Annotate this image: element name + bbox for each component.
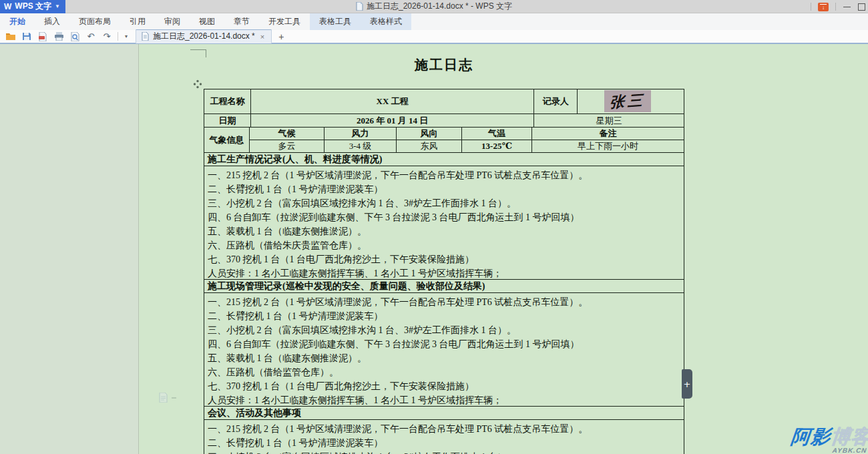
watermark-name-primary: 阿影: [790, 426, 832, 447]
weather-value-remark[interactable]: 早上下雨一小时: [532, 140, 684, 153]
window-title-area: 施工日志_2026-01-14.docx * - WPS 文字: [0, 1, 868, 12]
wps-logo-icon: W: [4, 2, 11, 11]
weather-header-wind-force[interactable]: 风力: [324, 128, 397, 140]
quick-access-toolbar: ↶ ↷ ▾ 施工日志_2026-01-14.docx * × +: [0, 30, 868, 44]
margin-page-icon[interactable]: [159, 393, 176, 403]
log-line[interactable]: 三、小挖机 2 台（富东回填区域挖排水沟 1 台、3#炉左工作面排水 1 台）。: [208, 196, 681, 210]
log-line[interactable]: 一、215 挖机 2 台（1 号炉区域清理淤泥，下午一台配合吊车处理 PT6 试…: [208, 422, 681, 436]
section-3-header[interactable]: 会议、活动及其他事项: [204, 407, 684, 420]
project-name-label[interactable]: 工程名称: [204, 89, 251, 114]
log-line[interactable]: 四、6 台自卸车（拉淤泥到临建东侧、下午 3 台拉淤泥 3 台电厂西北角运土到 …: [208, 210, 681, 224]
log-line[interactable]: 三、小挖机 2 台（富东回填区域挖排水沟 1 台、3#炉左工作面排水 1 台）。: [208, 323, 681, 337]
section-3-content[interactable]: 一、215 挖机 2 台（1 号炉区域清理淤泥，下午一台配合吊车处理 PT6 试…: [204, 420, 684, 454]
export-pdf-icon[interactable]: [36, 31, 49, 42]
window-controls: [811, 0, 865, 13]
weekday-value[interactable]: 星期三: [534, 114, 684, 128]
log-line[interactable]: 一、215 挖机 2 台（1 号炉区域清理淤泥，下午一台配合吊车处理 PT6 试…: [208, 295, 681, 309]
tab-developer[interactable]: 开发工具: [259, 13, 310, 30]
log-line[interactable]: 人员安排：1 名小工临建东侧指挥车辆、1 名小工 1 号炉区域指挥车辆；: [208, 393, 681, 407]
weather-value-temperature[interactable]: 13-25℃: [462, 140, 532, 153]
date-label[interactable]: 日期: [204, 114, 251, 128]
wps-app-button[interactable]: W WPS 文字 ▼: [0, 0, 65, 13]
weather-value-wind-direction[interactable]: 东风: [397, 140, 462, 153]
titlebar: W WPS 文字 ▼ 施工日志_2026-01-14.docx * - WPS …: [0, 0, 868, 13]
log-line[interactable]: 二、长臂挖机 1 台（1 号炉清理淤泥装车）: [208, 182, 681, 196]
log-line[interactable]: 一、215 挖机 2 台（1 号炉区域清理淤泥，下午一台配合吊车处理 PT6 试…: [208, 168, 681, 182]
undo-icon[interactable]: ↶: [84, 31, 97, 42]
log-line[interactable]: 六、压路机（借给朱庆贵监管仓库）。: [208, 238, 681, 252]
wps-app-label: WPS 文字: [15, 1, 51, 12]
weather-header-temperature[interactable]: 气温: [462, 128, 532, 140]
chevron-down-icon: ▼: [55, 3, 60, 9]
log-line[interactable]: 二、长臂挖机 1 台（1 号炉清理淤泥装车）: [208, 436, 681, 450]
tab-references[interactable]: 引用: [120, 13, 155, 30]
wps-update-icon[interactable]: [818, 3, 829, 11]
section-1-header[interactable]: 施工生产情况记录(人、机、料进度等情况): [204, 153, 684, 166]
save-icon[interactable]: [20, 31, 33, 42]
table-move-handle-icon[interactable]: [193, 79, 202, 89]
ribbon-tab-bar: 开始 插入 页面布局 引用 审阅 视图 章节 开发工具 表格工具 表格样式: [0, 13, 868, 30]
weather-header-wind-direction[interactable]: 风向: [397, 128, 462, 140]
toolbar-dropdown-icon[interactable]: ▾: [122, 33, 130, 39]
weather-header-climate[interactable]: 气候: [250, 128, 324, 140]
tab-view[interactable]: 视图: [190, 13, 224, 30]
tab-table-style[interactable]: 表格样式: [361, 13, 411, 30]
log-line[interactable]: 三、小挖机 2 台（富东回填区域挖排水沟 1 台、3#炉左工作面排水 1 台）。: [208, 450, 681, 454]
section-2-content[interactable]: 一、215 挖机 2 台（1 号炉区域清理淤泥，下午一台配合吊车处理 PT6 试…: [204, 293, 684, 407]
redo-icon[interactable]: ↷: [100, 31, 114, 42]
watermark: 阿影博客 AYBK.CN: [789, 427, 868, 454]
watermark-name-secondary: 博客: [830, 426, 868, 447]
wps-window: W WPS 文字 ▼ 施工日志_2026-01-14.docx * - WPS …: [0, 0, 868, 454]
signature-image[interactable]: 张三: [604, 90, 651, 112]
tab-table-tools[interactable]: 表格工具: [310, 13, 361, 30]
tab-page-layout[interactable]: 页面布局: [69, 13, 120, 30]
log-line[interactable]: 七、370 挖机 1 台（1 台电厂西北角挖沙土，下午安装保险措施）: [208, 252, 681, 266]
window-title: 施工日志_2026-01-14.docx * - WPS 文字: [367, 1, 512, 12]
weather-label[interactable]: 气象信息: [204, 128, 250, 153]
tab-home[interactable]: 开始: [0, 13, 35, 30]
recorder-label[interactable]: 记录人: [534, 89, 578, 114]
weather-value-wind-force[interactable]: 3-4 级: [324, 140, 397, 153]
recorder-cell[interactable]: 张三: [578, 89, 684, 114]
document-canvas[interactable]: 施工日志 工程名称 XX 工程 记录人 张三: [0, 44, 868, 454]
table-side-add-handle[interactable]: +: [682, 369, 692, 399]
minimize-button[interactable]: [843, 3, 851, 11]
tab-insert[interactable]: 插入: [35, 13, 69, 30]
titlebar-separator: [811, 3, 811, 11]
signature-text: 张三: [610, 90, 646, 113]
new-tab-button[interactable]: +: [272, 31, 290, 42]
log-line[interactable]: 六、压路机（借给监管仓库）。: [208, 365, 681, 379]
date-value[interactable]: 2026 年 01 月 14 日: [251, 114, 534, 128]
tab-close-icon[interactable]: ×: [259, 33, 266, 41]
project-name-value[interactable]: XX 工程: [251, 89, 534, 114]
log-line[interactable]: 五、装载机 1 台（临建东侧推淤泥）。: [208, 224, 681, 238]
titlebar-separator: [835, 3, 836, 11]
tab-section[interactable]: 章节: [224, 13, 259, 30]
log-line[interactable]: 五、装载机 1 台（临建东侧推淤泥）。: [208, 351, 681, 365]
document-tab[interactable]: 施工日志_2026-01-14.docx * ×: [136, 29, 272, 43]
section-1-content[interactable]: 一、215 挖机 2 台（1 号炉区域清理淤泥，下午一台配合吊车处理 PT6 试…: [204, 166, 684, 280]
print-preview-icon[interactable]: [68, 31, 81, 42]
print-icon[interactable]: [52, 31, 65, 42]
section-2-header[interactable]: 施工现场管理记录(巡检中发现的安全、质量问题、验收部位及结果): [204, 280, 684, 293]
construction-log-table[interactable]: 工程名称 XX 工程 记录人 张三 日期 2026 年 01 月 14 日 星期…: [204, 89, 684, 454]
log-line[interactable]: 七、370 挖机 1 台（1 台电厂西北角挖沙土，下午安装保险措施）: [208, 379, 681, 393]
quick-icons: ↶ ↷ ▾: [0, 31, 130, 42]
document-icon: [356, 2, 363, 11]
document-tab-label: 施工日志_2026-01-14.docx *: [153, 31, 255, 42]
weather-header-remark[interactable]: 备注: [532, 128, 684, 140]
maximize-button[interactable]: [858, 3, 865, 11]
tab-file-icon: [142, 32, 149, 41]
open-folder-icon[interactable]: [4, 31, 17, 42]
log-line[interactable]: 四、6 台自卸车（拉淤泥到临建东侧、下午 3 台拉淤泥 3 台电厂西北角运土到 …: [208, 337, 681, 351]
watermark-url: AYBK.CN: [789, 447, 868, 454]
margin-dash: [172, 397, 176, 399]
document-title[interactable]: 施工日志: [204, 56, 684, 74]
weather-value-climate[interactable]: 多云: [250, 140, 324, 153]
tab-review[interactable]: 审阅: [155, 13, 190, 30]
log-line[interactable]: 人员安排：1 名小工临建东侧指挥车辆、1 名小工 1 号炉区域指挥车辆；: [208, 266, 681, 280]
log-line[interactable]: 二、长臂挖机 1 台（1 号炉清理淤泥装车）: [208, 309, 681, 323]
toolbar-separator: [118, 32, 118, 41]
